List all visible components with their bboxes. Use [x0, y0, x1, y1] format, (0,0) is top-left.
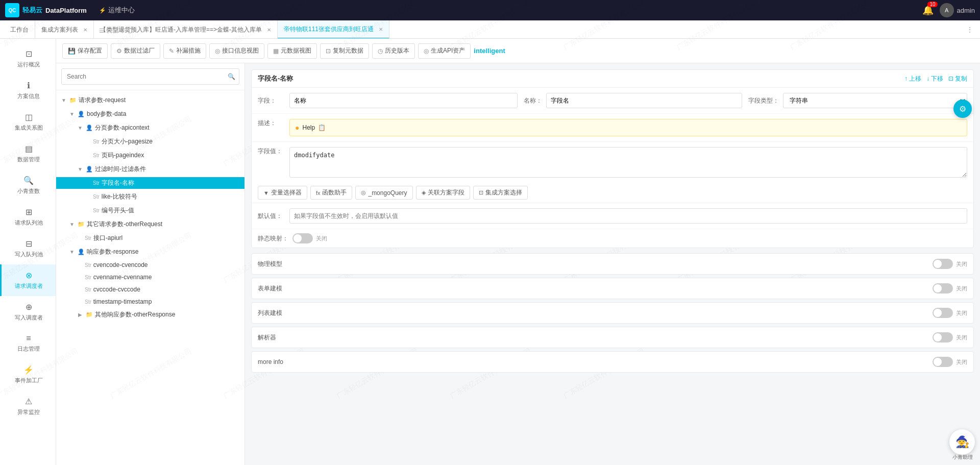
tree-row-filter-time[interactable]: ▼👤过滤时间-过滤条件 [56, 163, 244, 175]
func-helper-action-label: 函数助手 [322, 188, 347, 197]
ops-nav-icon: ⚡ [99, 7, 106, 14]
tree-row-pagesize[interactable]: Str分页大小-pagesize [56, 136, 244, 148]
tree-row-cvenname[interactable]: Strcvenname-cvenname [56, 272, 244, 282]
field-input[interactable] [289, 93, 518, 108]
notification-bell[interactable]: 🔔 10 [922, 5, 934, 16]
default-input[interactable] [289, 208, 967, 224]
sidebar-item-query[interactable]: 🔍小青查数 [0, 169, 56, 201]
copy-button[interactable]: ⊡ 复制 [948, 75, 967, 83]
tree-row-request-params[interactable]: ▼📁请求参数-request [56, 94, 244, 106]
sidebar-item-data-mgmt[interactable]: ▤数据管理 [0, 138, 56, 169]
toolbar-btn-meta-view[interactable]: ▦元数据视图 [267, 43, 317, 59]
move-up-button[interactable]: ↑ 上移 [904, 75, 921, 83]
move-down-button[interactable]: ↓ 下移 [926, 75, 943, 83]
tree-row-other-response[interactable]: ▶📁其他响应参数-otherResponse [56, 309, 244, 321]
sidebar-item-overview[interactable]: ⊡运行概况 [0, 43, 56, 75]
toggle-knob-list-model[interactable] [933, 308, 953, 318]
action-btn-relation-field[interactable]: ◈关联方案字段 [416, 186, 470, 200]
toggle-other-response[interactable]: ▶ [77, 312, 84, 317]
tree-row-page-params[interactable]: ▼👤分页参数-apicontext [56, 122, 244, 134]
tree-row-api-url[interactable]: Str接口-apiurl [56, 232, 244, 244]
toolbar-btn-remedy[interactable]: ✎补漏措施 [163, 43, 206, 59]
sidebar-item-solution-info[interactable]: ℹ方案信息 [0, 75, 56, 106]
sidebar-item-write-queue[interactable]: ⊟写入队列池 [0, 233, 56, 264]
logo[interactable]: QC 轻易云 DataPlatform [5, 3, 87, 17]
toggle-other-request[interactable]: ▼ [68, 222, 76, 227]
toggle-switch-physical-model[interactable]: 关闭 [933, 259, 967, 269]
tree-row-timestamp[interactable]: Strtimestamp-timestamp [56, 297, 244, 307]
action-btn-mongo-query[interactable]: ◎_mongoQuery [355, 186, 412, 200]
action-btn-solution-select[interactable]: ⊡集成方案选择 [473, 186, 528, 200]
sidebar-item-relation-map[interactable]: ◫集成关系图 [0, 106, 56, 138]
search-icon[interactable]: 🔍 [228, 73, 235, 80]
sidebar-item-log-mgmt[interactable]: ≡日志管理 [0, 328, 56, 359]
node-type-pagesize: Str [93, 139, 100, 144]
copy-desc-icon[interactable]: 📋 [318, 124, 326, 131]
toggle-knob-more-info[interactable] [933, 357, 953, 367]
toggle-switch-more-info[interactable]: 关闭 [933, 357, 967, 367]
tab-wangdian[interactable]: 帝特物联111张套供应商到旺店通✕ [278, 20, 389, 39]
sidebar-item-write-scheduler[interactable]: ⊕写入调度者 [0, 296, 56, 328]
toggle-filter-time[interactable]: ▼ [77, 166, 84, 172]
tree-row-response-params[interactable]: ▼👤响应参数-response [56, 246, 244, 258]
search-input[interactable] [61, 68, 239, 85]
tree-row-pageindex[interactable]: Str页码-pageindex [56, 150, 244, 161]
tree-row-like-symbol[interactable]: Strlike-比较符号 [56, 191, 244, 203]
tab-more-button[interactable]: ⋮ [964, 26, 976, 33]
toggle-knob-form-model[interactable] [933, 283, 953, 293]
user-profile[interactable]: A admin [940, 3, 975, 17]
tab-solution-list[interactable]: 集成方案列表✕ [35, 20, 94, 39]
event-factory-sidebar-label: 事件加工厂 [15, 377, 43, 384]
toolbar-btn-data-filter[interactable]: ⚙数据过滤厂 [111, 43, 160, 59]
solution-info-sidebar-icon: ℹ [27, 81, 30, 90]
sidebar-item-request-scheduler[interactable]: ⊗请求调度者 [0, 264, 56, 296]
top-nav: QC 轻易云 DataPlatform ⊞工作台◇Lite 轻集成◎API 资产… [0, 0, 980, 20]
toggle-switch-form-model[interactable]: 关闭 [933, 283, 967, 293]
tab-instock[interactable]: 【类型退货预入库】旺店通-入库单管理==>金蝶-其他入库单✕ [94, 20, 278, 39]
toolbar-btn-gen-api[interactable]: ◎生成API资产 [418, 43, 471, 59]
tree-row-cvencode[interactable]: Strcvencode-cvencode [56, 260, 244, 270]
toolbar-btn-copy-meta[interactable]: ⊡复制元数据 [320, 43, 369, 59]
ops-nav-label: 运维中心 [108, 6, 135, 15]
tree-row-field-name[interactable]: Str字段名-名称 [56, 177, 244, 189]
static-mapping-toggle-switch[interactable] [292, 233, 313, 243]
nav-item-ops[interactable]: ⚡运维中心 [94, 0, 150, 20]
save-config-tool-label: 保存配置 [78, 46, 102, 55]
tab-close-solution-list[interactable]: ✕ [83, 27, 87, 33]
action-btn-func-helper[interactable]: fx函数助手 [310, 186, 353, 200]
tabs-container: 工作台集成方案列表✕【类型退货预入库】旺店通-入库单管理==>金蝶-其他入库单✕… [4, 20, 389, 38]
sidebar-item-event-factory[interactable]: ⚡事件加工厂 [0, 359, 56, 390]
toggle-knob-parser[interactable] [933, 332, 953, 342]
node-icon-other-request: 📁 [78, 221, 85, 228]
tree-row-cvccode[interactable]: Strcvccode-cvccode [56, 284, 244, 295]
action-btn-variable-selector[interactable]: ▼变量选择器 [258, 186, 307, 200]
tab-close-instock[interactable]: ✕ [267, 27, 271, 33]
logo-icon: QC [5, 3, 19, 17]
tree-row-body-params[interactable]: ▼👤body参数-data [56, 108, 244, 120]
value-textarea[interactable]: dmodifydate [289, 147, 967, 178]
tab-close-wangdian[interactable]: ✕ [379, 27, 383, 32]
intelligent-button[interactable]: intelligent [474, 47, 505, 55]
tab-workbench[interactable]: 工作台 [4, 20, 35, 39]
tree-row-other-request[interactable]: ▼📁其它请求参数-otherRequest [56, 218, 244, 230]
name-input[interactable] [546, 93, 743, 108]
chat-helper-button[interactable]: 🧙 [949, 429, 975, 455]
type-select[interactable]: 字符串 [783, 93, 967, 108]
tree-row-code-prefix[interactable]: Str编号开头-值 [56, 205, 244, 216]
static-mapping-toggle[interactable]: 关闭 [292, 233, 327, 243]
toggle-knob-physical-model[interactable] [933, 259, 953, 269]
toggle-state-more-info: 关闭 [956, 358, 967, 366]
toggle-switch-parser[interactable]: 关闭 [933, 332, 967, 342]
toggle-response-params[interactable]: ▼ [68, 249, 76, 255]
fab-button[interactable]: ⚙ [953, 100, 972, 118]
toolbar-btn-save-config[interactable]: 💾保存配置 [62, 43, 108, 59]
toolbar-btn-api-info-view[interactable]: ◎接口信息视图 [209, 43, 264, 59]
toggle-body-params[interactable]: ▼ [68, 111, 76, 117]
sidebar-item-request-queue[interactable]: ⊞请求队列池 [0, 201, 56, 233]
toggle-request-params[interactable]: ▼ [60, 97, 67, 103]
toggle-switch-list-model[interactable]: 关闭 [933, 308, 967, 318]
overview-sidebar-icon: ⊡ [26, 49, 32, 59]
toggle-page-params[interactable]: ▼ [77, 125, 84, 131]
toolbar-btn-history[interactable]: ◷历史版本 [372, 43, 415, 59]
sidebar-item-exception-monitor[interactable]: ⚠异常监控 [0, 390, 56, 422]
